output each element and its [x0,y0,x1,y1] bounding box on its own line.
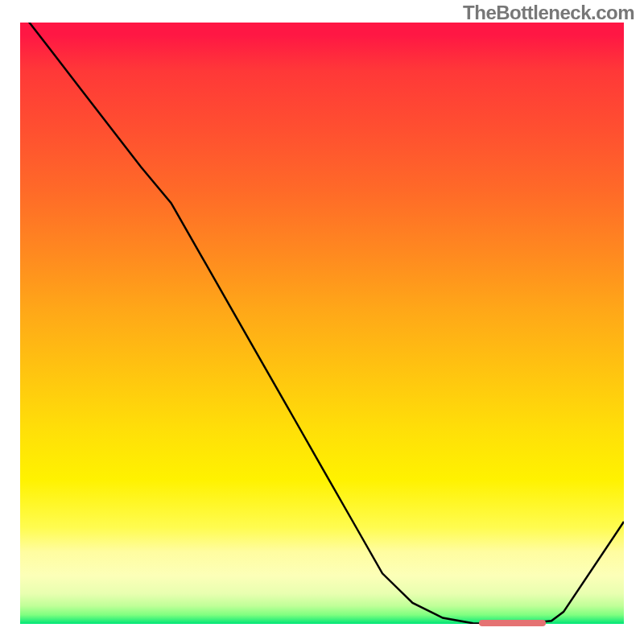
chart-curve [20,23,624,624]
watermark-text: TheBottleneck.com [463,2,634,24]
chart-container: TheBottleneck.com [0,0,644,644]
minimum-marker [479,620,546,626]
plot-area [20,23,624,624]
